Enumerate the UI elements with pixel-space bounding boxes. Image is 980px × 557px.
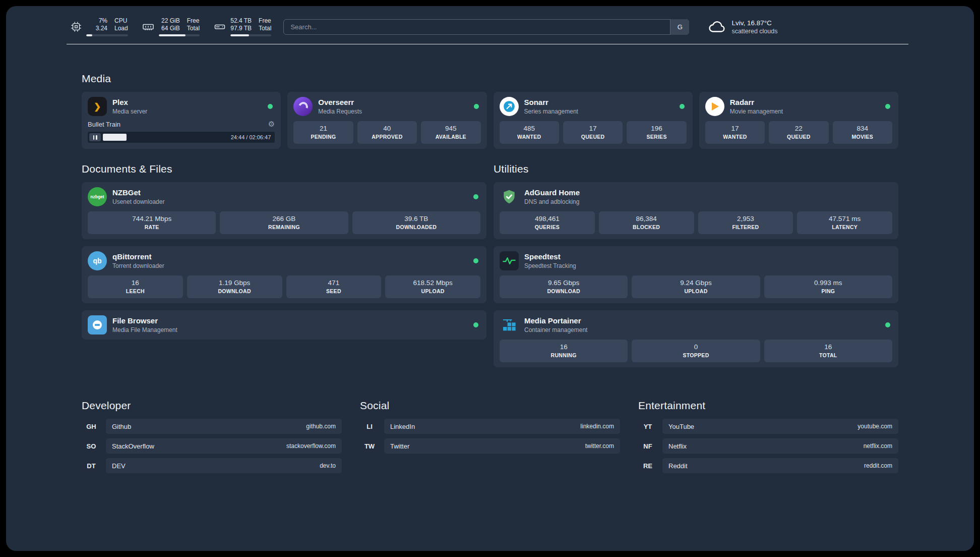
bookmark-dev[interactable]: DT DEV dev.to — [82, 458, 342, 473]
status-dot — [473, 194, 478, 199]
bookmark-abbr: TW — [360, 438, 379, 454]
stat-tile: 16 TOTAL — [764, 340, 892, 362]
app-card-radarr[interactable]: Radarr Movie management 17 WANTED 22 QUE… — [699, 92, 898, 149]
memory-total-value: 64 GiB — [161, 25, 180, 32]
plex-icon: ❯ — [88, 97, 107, 116]
bookmark-url: youtube.com — [858, 423, 892, 430]
app-name: Plex — [112, 98, 147, 107]
section-title-entertainment: Entertainment — [638, 400, 898, 412]
bookmark-url: dev.to — [320, 462, 336, 469]
bookmark-abbr: DT — [82, 458, 101, 473]
stat-value: 22 — [771, 125, 826, 132]
stat-tile: 2,953 FILTERED — [698, 211, 793, 234]
bookmark-stackoverflow[interactable]: SO StackOverflow stackoverflow.com — [82, 438, 342, 454]
speedtest-icon — [500, 251, 519, 270]
bookmark-twitter[interactable]: TW Twitter twitter.com — [360, 438, 620, 454]
stat-label: WANTED — [707, 134, 763, 140]
app-card-portainer[interactable]: Media Portainer Container management 16 … — [494, 310, 898, 367]
section-title-developer: Developer — [82, 400, 342, 412]
stat-label: SERIES — [629, 134, 684, 140]
stat-tile: 9.24 Gbps UPLOAD — [632, 275, 760, 298]
app-desc: Media File Management — [112, 326, 177, 333]
settings-gear-icon[interactable]: ⚙ — [268, 120, 275, 129]
stat-value: 47.571 ms — [799, 215, 890, 222]
bookmark-github[interactable]: GH Github github.com — [82, 419, 342, 434]
memory-free-value: 22 GiB — [161, 17, 180, 25]
overseerr-icon — [293, 97, 313, 116]
qbittorrent-icon: qb — [88, 251, 107, 270]
section-title-utilities: Utilities — [494, 163, 898, 175]
app-card-adguard[interactable]: AdGuard Home DNS and adblocking 498,461 … — [494, 182, 898, 239]
bookmark-linkedin[interactable]: LI LinkedIn linkedin.com — [360, 419, 620, 434]
bookmark-netflix[interactable]: NF Netflix netflix.com — [638, 438, 898, 454]
app-card-nzbget[interactable]: nzbget NZBGet Usenet downloader 744.21 M… — [82, 182, 486, 239]
bookmark-name: LinkedIn — [390, 423, 415, 430]
stat-label: QUEUED — [565, 134, 621, 140]
storage-free-value: 52.4 TB — [230, 17, 252, 25]
plex-now-playing: Bullet Train ⚙ 24:44 / 02:06:47 — [88, 120, 275, 143]
bookmark-reddit[interactable]: RE Reddit reddit.com — [638, 458, 898, 473]
playback-progress-bar[interactable]: 24:44 / 02:06:47 — [88, 132, 275, 143]
stat-label: LATENCY — [799, 224, 890, 230]
search-engine-button[interactable]: G — [670, 19, 689, 35]
search-bar: G — [283, 19, 689, 35]
app-card-sonarr[interactable]: Sonarr Series management 485 WANTED 17 Q… — [494, 92, 693, 149]
stat-tile: 9.65 Gbps DOWNLOAD — [500, 275, 628, 298]
memory-free-label: Free — [187, 17, 200, 25]
app-card-speedtest[interactable]: Speedtest Speedtest Tracking 9.65 Gbps D… — [494, 246, 898, 303]
app-name: AdGuard Home — [524, 188, 580, 197]
app-card-filebrowser[interactable]: File Browser Media File Management — [82, 310, 486, 340]
stat-label: QUERIES — [502, 224, 593, 230]
stat-label: PING — [766, 288, 890, 294]
app-desc: Media Requests — [318, 108, 362, 115]
bookmark-pill: Netflix netflix.com — [662, 438, 898, 454]
stat-tile: 618.52 Mbps UPLOAD — [385, 275, 480, 298]
bookmark-abbr: GH — [82, 419, 101, 434]
bookmarks-developer: Developer GH Github github.com SO StackO… — [82, 400, 342, 478]
search-input[interactable] — [283, 19, 689, 35]
stat-label: AVAILABLE — [423, 134, 478, 140]
stat-tile: 17 WANTED — [705, 121, 765, 144]
cpu-load-value: 3.24 — [96, 25, 107, 32]
stat-label: DOWNLOAD — [502, 288, 626, 294]
memory-widget: 22 GiB 64 GiB Free Total — [142, 17, 200, 36]
stat-tile: 744.21 Mbps RATE — [88, 211, 216, 234]
app-card-overseerr[interactable]: Overseerr Media Requests 21 PENDING 40 A… — [287, 92, 486, 149]
bookmark-pill: YouTube youtube.com — [662, 419, 898, 434]
app-card-plex[interactable]: ❯ Plex Media server Bullet Train ⚙ — [82, 92, 281, 149]
stat-label: FILTERED — [700, 224, 791, 230]
stat-tile: 1.19 Gbps DOWNLOAD — [187, 275, 282, 298]
bookmark-youtube[interactable]: YT YouTube youtube.com — [638, 419, 898, 434]
weather-widget: Lviv, 16.87°C scattered clouds — [707, 17, 777, 36]
radarr-icon — [705, 97, 724, 116]
app-desc: Torrent downloader — [112, 262, 164, 269]
stat-tile: 498,461 QUERIES — [500, 211, 595, 234]
stat-value: 485 — [502, 125, 557, 132]
bookmark-pill: DEV dev.to — [106, 458, 342, 473]
app-desc: Speedtest Tracking — [524, 262, 576, 269]
stat-value: 16 — [90, 279, 181, 287]
stat-tile: 945 AVAILABLE — [421, 121, 480, 144]
bookmark-url: github.com — [306, 423, 336, 430]
playback-time: 24:44 / 02:06:47 — [231, 134, 271, 140]
section-title-documents: Documents & Files — [82, 163, 486, 175]
storage-total-label: Total — [259, 25, 271, 32]
bookmark-name: Twitter — [390, 442, 409, 450]
app-desc: Movie management — [730, 108, 783, 115]
bookmark-pill: Github github.com — [106, 419, 342, 434]
app-desc: Container management — [524, 326, 587, 333]
bookmark-name: StackOverflow — [112, 442, 154, 450]
storage-total-value: 97.9 TB — [230, 25, 252, 32]
stat-value: 16 — [502, 343, 626, 351]
dashboard-panel: 7% 3.24 CPU Load — [6, 6, 974, 551]
section-title-media: Media — [82, 73, 898, 85]
status-dot — [885, 104, 890, 109]
bookmark-name: Netflix — [668, 442, 687, 450]
stat-tile: 22 QUEUED — [769, 121, 828, 144]
stat-label: DOWNLOADED — [354, 224, 478, 230]
stat-tile: 39.6 TB DOWNLOADED — [352, 211, 480, 234]
app-card-qbittorrent[interactable]: qb qBittorrent Torrent downloader 16 LEE… — [82, 246, 486, 303]
pause-icon[interactable] — [89, 133, 101, 141]
app-desc: Usenet downloader — [112, 198, 164, 205]
portainer-icon — [500, 315, 519, 335]
